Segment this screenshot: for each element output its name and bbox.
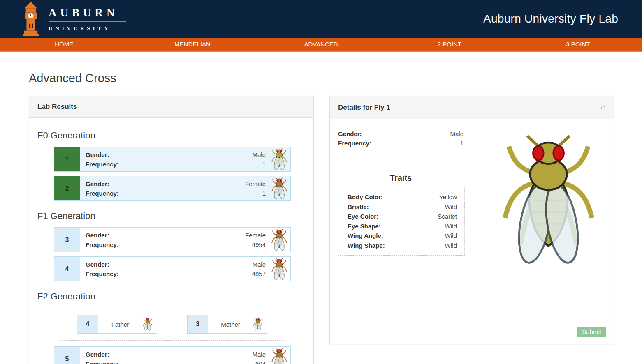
logo-wordmark: AUBURN [49, 7, 126, 19]
frequency-label: Frequency: [338, 138, 371, 148]
gender-value: Male [252, 260, 266, 269]
logo-divider [49, 21, 126, 22]
male-icon: ♂ [600, 103, 606, 112]
gender-value: Male [252, 350, 266, 359]
trait-value: Wild [445, 231, 457, 241]
mother-number-badge: 3 [188, 315, 208, 333]
logo-text: AUBURN UNIVERSITY [49, 7, 126, 32]
frequency-value: 1 [262, 159, 266, 169]
site-title: Auburn University Fly Lab [483, 12, 618, 25]
gender-value: Female [245, 179, 266, 189]
frequency-value: 4857 [252, 269, 266, 279]
gender-label: Gender: [86, 260, 109, 269]
submit-button[interactable]: Submit [577, 327, 606, 337]
frequency-label: Frequency: [86, 269, 119, 279]
trait-value: Wild [445, 221, 457, 231]
frequency-label: Frequency: [86, 359, 119, 364]
trait-label: Eye Color: [348, 212, 378, 221]
frequency-label: Frequency: [86, 159, 119, 169]
details-fields: Gender:Male Frequency:1 [338, 129, 464, 148]
father-label: Father [98, 315, 143, 333]
fly-detail-image [500, 131, 597, 270]
fly-row-2[interactable]: 2 Gender:Female Frequency:1 [54, 176, 291, 201]
fly-row-1[interactable]: 1 Gender:Male Frequency:1 [54, 147, 291, 172]
fly-thumbnail-icon [270, 147, 290, 171]
nav-item-home[interactable]: HOME [0, 38, 128, 51]
lab-results-body: F0 Generation 1 Gender:Male Frequency:1 … [29, 118, 313, 364]
fly-number-badge: 3 [54, 228, 80, 252]
gender-value: Female [245, 230, 266, 240]
fly-number-badge: 1 [54, 147, 80, 171]
mother-card[interactable]: 3 Mother [187, 315, 267, 334]
frequency-label: Frequency: [86, 189, 119, 198]
gender-label: Gender: [338, 129, 362, 138]
trait-label: Wing Angle: [348, 231, 383, 241]
fly-row-body: Gender:Male Frequency:4857 [80, 257, 270, 281]
lab-results-title: Lab Results [37, 103, 77, 111]
f2-generation-title: F2 Generation [37, 291, 305, 302]
gender-label: Gender: [86, 179, 109, 189]
page-title: Advanced Cross [29, 71, 642, 85]
lab-results-panel: Lab Results F0 Generation 1 Gender:Male … [29, 96, 314, 364]
lab-results-header: Lab Results [29, 96, 313, 118]
fly-row-body: Gender:Male Frequency:1 [80, 147, 270, 171]
f1-generation-title: F1 Generation [37, 211, 305, 221]
fly-thumbnail-icon [270, 176, 290, 200]
trait-value: Wild [445, 241, 457, 251]
fly-number-badge: 2 [54, 176, 80, 200]
f2-parents-box: 4 Father 3 Mother [60, 308, 284, 341]
trait-value: Scarlet [438, 212, 457, 221]
nav-item-2point[interactable]: 2 POINT [385, 38, 514, 51]
father-card[interactable]: 4 Father [77, 315, 157, 334]
fly-row-3[interactable]: 3 Gender:Female Frequency:4954 [54, 227, 291, 252]
nav-accent-strip [0, 51, 642, 52]
father-number-badge: 4 [77, 315, 98, 333]
trait-label: Eye Shape: [348, 221, 381, 231]
details-body: Gender:Male Frequency:1 Traits Body Colo… [330, 119, 614, 286]
trait-label: Wing Shape: [348, 241, 385, 251]
gender-value: Male [252, 150, 266, 159]
gender-label: Gender: [86, 350, 109, 359]
logo-subtext: UNIVERSITY [49, 25, 126, 32]
fly-row-5[interactable]: 5 Gender:Male Frequency:604 [54, 346, 291, 364]
nav-item-advanced[interactable]: ADVANCED [257, 38, 385, 51]
gender-label: Gender: [86, 150, 109, 159]
details-title: Details for Fly 1 [338, 104, 390, 112]
auburn-logo[interactable]: AUBURN UNIVERSITY [19, 1, 126, 37]
frequency-value: 4954 [252, 240, 266, 249]
fly-row-4[interactable]: 4 Gender:Male Frequency:4857 [54, 256, 291, 281]
frequency-value: 1 [262, 189, 266, 198]
frequency-label: Frequency: [86, 240, 119, 249]
f0-generation-title: F0 Generation [37, 130, 305, 141]
traits-box: Body Color:Yellow Bristle:Wild Eye Color… [338, 187, 465, 256]
frequency-value: 604 [255, 359, 266, 364]
fly-thumbnail-icon [270, 228, 290, 252]
fly-row-body: Gender:Male Frequency:604 [80, 347, 270, 364]
fly-thumbnail-icon [253, 315, 267, 333]
trait-value: Yellow [439, 192, 457, 202]
nav-item-3point[interactable]: 3 POINT [514, 38, 642, 51]
fly-row-body: Gender:Female Frequency:1 [80, 176, 270, 200]
traits-title: Traits [338, 173, 464, 183]
top-header: AUBURN UNIVERSITY Auburn University Fly … [0, 0, 642, 38]
fly-row-body: Gender:Female Frequency:4954 [80, 228, 270, 252]
fly-thumbnail-icon [143, 315, 157, 333]
gender-label: Gender: [86, 230, 109, 240]
fly-thumbnail-icon [270, 257, 290, 281]
details-header: Details for Fly 1 ♂ [330, 96, 614, 119]
mother-label: Mother [208, 315, 253, 333]
trait-label: Body Color: [348, 192, 383, 202]
clock-tower-icon [19, 2, 43, 37]
frequency-value: 1 [460, 138, 464, 148]
details-panel: Details for Fly 1 ♂ Gender:Male Frequenc… [329, 96, 614, 344]
details-footer: Submit [330, 286, 614, 344]
trait-label: Bristle: [348, 202, 369, 212]
nav-item-mendelian[interactable]: MENDELIAN [128, 38, 257, 51]
trait-value: Wild [445, 202, 457, 212]
fly-thumbnail-icon [270, 347, 290, 364]
main-nav: HOME MENDELIAN ADVANCED 2 POINT 3 POINT [0, 38, 642, 51]
fly-number-badge: 4 [54, 257, 80, 281]
gender-value: Male [450, 129, 464, 138]
content: Lab Results F0 Generation 1 Gender:Male … [29, 96, 642, 364]
app: AUBURN UNIVERSITY Auburn University Fly … [0, 0, 642, 364]
